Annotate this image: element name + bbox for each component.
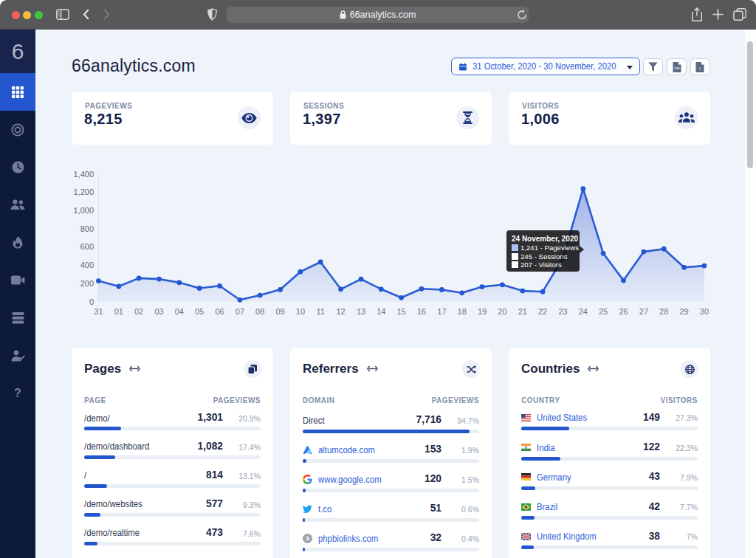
svg-text:02: 02 xyxy=(134,307,143,316)
svg-text:♢: ♢ xyxy=(698,66,702,70)
svg-text:10: 10 xyxy=(296,307,305,316)
svg-text:1,400: 1,400 xyxy=(73,170,94,179)
svg-text:31: 31 xyxy=(94,307,103,316)
svg-text:05: 05 xyxy=(195,307,204,316)
svg-text:13: 13 xyxy=(357,307,365,316)
svg-text:15: 15 xyxy=(396,307,405,316)
svg-text:22: 22 xyxy=(538,307,547,316)
svg-text:16: 16 xyxy=(417,307,426,316)
svg-text:21: 21 xyxy=(518,307,527,316)
svg-text:06: 06 xyxy=(215,307,224,316)
svg-text:28: 28 xyxy=(659,307,668,316)
svg-text:25: 25 xyxy=(599,307,608,316)
svg-text:400: 400 xyxy=(80,261,94,269)
svg-text:14: 14 xyxy=(377,307,385,316)
svg-text:CSV: CSV xyxy=(674,67,680,70)
svg-text:1,200: 1,200 xyxy=(73,187,94,196)
svg-text:27: 27 xyxy=(639,307,648,316)
svg-text:17: 17 xyxy=(437,307,446,316)
svg-text:04: 04 xyxy=(175,307,184,316)
svg-text:23: 23 xyxy=(558,307,567,316)
svg-text:01: 01 xyxy=(114,307,123,316)
svg-text:09: 09 xyxy=(275,307,284,316)
svg-text:600: 600 xyxy=(80,242,94,251)
svg-text:30: 30 xyxy=(700,307,709,316)
svg-text:0: 0 xyxy=(89,297,94,306)
svg-text:12: 12 xyxy=(336,307,345,316)
svg-text:29: 29 xyxy=(679,307,688,316)
svg-text:24: 24 xyxy=(579,307,588,316)
svg-text:03: 03 xyxy=(154,307,163,316)
svg-text:26: 26 xyxy=(619,307,628,316)
svg-text:11: 11 xyxy=(316,307,324,316)
svg-text:1,000: 1,000 xyxy=(73,206,94,215)
svg-text:800: 800 xyxy=(80,224,94,233)
svg-text:20: 20 xyxy=(498,307,506,316)
svg-text:200: 200 xyxy=(80,279,94,288)
svg-text:18: 18 xyxy=(458,307,467,316)
svg-text:07: 07 xyxy=(236,307,244,316)
svg-text:08: 08 xyxy=(255,307,264,316)
svg-text:19: 19 xyxy=(478,307,487,316)
